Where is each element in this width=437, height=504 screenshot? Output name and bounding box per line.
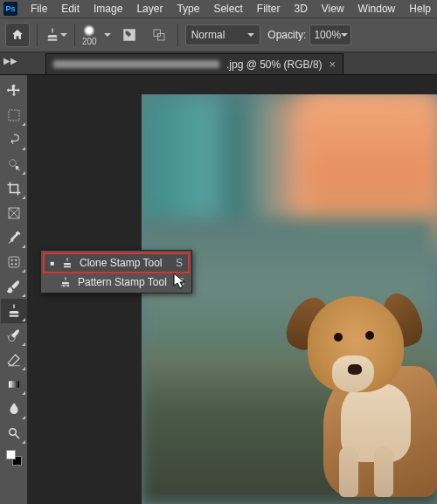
clone-source-button[interactable] — [148, 24, 170, 46]
crop-tool[interactable] — [1, 176, 27, 201]
chevron-down-icon — [341, 33, 348, 37]
options-bar: 200 Normal Opacity: 100% — [0, 17, 437, 52]
separator — [74, 24, 75, 46]
pattern-stamp-icon — [59, 276, 73, 288]
healing-brush-tool-icon — [6, 254, 22, 270]
filename-redacted — [53, 60, 219, 68]
tool-preset-picker[interactable] — [45, 27, 67, 43]
chevron-down-icon — [60, 33, 67, 37]
healing-brush-tool[interactable] — [1, 250, 27, 274]
menu-type[interactable]: Type — [170, 1, 205, 17]
svg-rect-15 — [67, 285, 69, 287]
svg-point-8 — [10, 263, 12, 265]
home-button[interactable] — [5, 23, 30, 47]
flyout-item-clone-stamp-tool[interactable]: ■Clone Stamp ToolS — [43, 252, 190, 273]
menu-image[interactable]: Image — [87, 1, 128, 17]
svg-point-6 — [10, 259, 12, 261]
dodge-tool[interactable] — [1, 421, 27, 445]
menu-bar: Ps File Edit Image Layer Type Select Fil… — [0, 0, 437, 17]
brush-settings-button[interactable] — [118, 24, 141, 46]
svg-rect-1 — [157, 34, 164, 41]
menu-view[interactable]: View — [316, 1, 350, 17]
menu-edit[interactable]: Edit — [55, 1, 86, 17]
close-tab-button[interactable]: × — [329, 58, 336, 71]
document-tab[interactable]: .jpg @ 50% (RGB/8) × — [45, 53, 343, 74]
svg-point-3 — [9, 160, 16, 167]
separator — [37, 24, 38, 46]
gradient-tool[interactable] — [1, 372, 27, 397]
svg-rect-2 — [9, 110, 19, 121]
blend-mode-select[interactable]: Normal — [185, 24, 261, 45]
flyout-item-label: Pattern Stamp Tool — [78, 276, 172, 288]
history-brush-tool-icon — [6, 328, 22, 343]
foreground-background-colors[interactable] — [1, 445, 27, 470]
svg-point-7 — [15, 259, 17, 261]
document-tab-strip: .jpg @ 50% (RGB/8) × — [0, 52, 437, 75]
flyout-item-shortcut: S — [176, 257, 183, 269]
flyout-item-pattern-stamp-tool[interactable]: Pattern Stamp ToolS — [43, 273, 190, 291]
chevron-down-icon — [247, 33, 254, 37]
move-tool-icon — [6, 83, 22, 99]
brush-tool[interactable] — [1, 274, 27, 299]
opacity-input[interactable]: 100% — [309, 24, 351, 45]
flyout-item-shortcut: S — [177, 276, 184, 288]
menu-file[interactable]: File — [24, 1, 53, 17]
document-canvas[interactable] — [142, 94, 437, 504]
gradient-tool-icon — [6, 376, 22, 392]
eyedropper-tool-icon — [6, 230, 22, 245]
brush-size-label: 200 — [82, 37, 97, 46]
svg-rect-10 — [9, 381, 19, 388]
menu-layer[interactable]: Layer — [130, 1, 169, 17]
separator — [177, 24, 178, 46]
opacity-label: Opacity: — [267, 29, 306, 41]
brush-preset-picker[interactable]: 200 — [82, 24, 97, 46]
frame-tool-icon — [6, 205, 22, 221]
tool-flyout-menu: ■Clone Stamp ToolSPattern Stamp ToolS — [40, 250, 192, 293]
svg-rect-13 — [63, 285, 65, 287]
lasso-tool-icon — [6, 132, 22, 148]
marquee-tool[interactable] — [1, 103, 27, 128]
svg-point-9 — [15, 263, 17, 265]
blend-mode-value: Normal — [191, 29, 225, 41]
eraser-tool-icon — [6, 352, 22, 368]
brush-tool-icon — [6, 279, 22, 294]
stamp-icon — [60, 257, 74, 269]
svg-rect-5 — [9, 257, 19, 267]
quick-select-tool-icon — [6, 156, 22, 172]
lasso-tool[interactable] — [1, 128, 27, 152]
menu-filter[interactable]: Filter — [251, 1, 287, 17]
menu-3d[interactable]: 3D — [288, 1, 313, 17]
svg-rect-14 — [65, 285, 66, 287]
dodge-tool-icon — [6, 425, 22, 441]
flyout-item-label: Clone Stamp Tool — [80, 257, 170, 269]
history-brush-tool[interactable] — [1, 323, 27, 348]
selected-indicator: ■ — [50, 259, 55, 267]
blur-tool[interactable] — [1, 397, 27, 421]
app-icon: Ps — [3, 2, 17, 16]
eraser-tool[interactable] — [1, 348, 27, 372]
blur-tool-icon — [6, 401, 22, 417]
brush-panel-icon — [121, 27, 137, 43]
tab-suffix: .jpg @ 50% (RGB/8) — [226, 59, 323, 71]
expand-panels-button[interactable]: ▶▶ — [3, 56, 17, 66]
marquee-tool-icon — [6, 107, 22, 123]
menu-window[interactable]: Window — [352, 1, 402, 17]
svg-rect-0 — [154, 30, 161, 37]
opacity-value: 100% — [314, 29, 341, 41]
menu-select[interactable]: Select — [207, 1, 248, 17]
stamp-icon — [45, 27, 60, 43]
clone-stamp-tool[interactable] — [1, 299, 27, 323]
photo-subject-dog — [262, 270, 437, 497]
clone-stamp-tool-icon — [6, 303, 22, 319]
crop-tool-icon — [6, 181, 22, 197]
eyedropper-tool[interactable] — [1, 225, 27, 250]
svg-rect-12 — [61, 285, 63, 287]
quick-select-tool[interactable] — [1, 152, 27, 176]
tools-panel — [0, 75, 28, 504]
chevron-down-icon[interactable] — [104, 33, 111, 37]
move-tool[interactable] — [1, 79, 27, 103]
frame-tool[interactable] — [1, 201, 27, 225]
menu-help[interactable]: Help — [403, 1, 437, 17]
home-icon — [10, 28, 24, 42]
clone-source-icon — [151, 27, 167, 43]
